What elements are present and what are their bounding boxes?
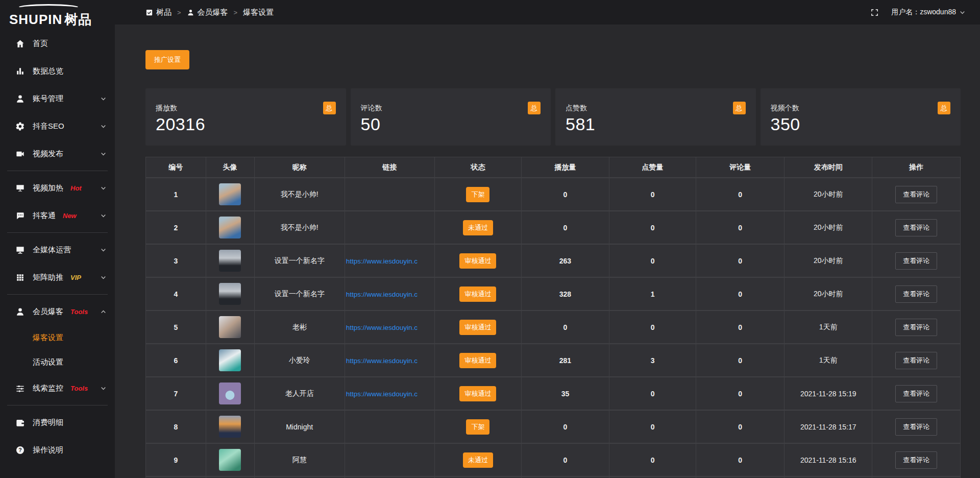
sidebar-divider: [7, 232, 108, 233]
cell-nickname: 老人开店: [254, 377, 345, 410]
cell-link: https://www.iesdouyin.c: [345, 277, 434, 310]
breadcrumb: 树品>会员爆客>爆客设置: [145, 8, 274, 17]
view-comments-button[interactable]: 查看评论: [895, 385, 937, 402]
video-link[interactable]: https://www.iesdouyin.c: [346, 257, 418, 265]
cell-likes: 1: [609, 277, 696, 310]
app-square-icon: [145, 9, 153, 16]
view-comments-button[interactable]: 查看评论: [895, 186, 937, 203]
chevron-down-icon: [100, 185, 107, 192]
cell-action: 查看评论: [872, 344, 960, 377]
sidebar-item-抖客通[interactable]: 抖客通New: [0, 202, 115, 229]
promo-settings-button[interactable]: 推广设置: [145, 50, 189, 69]
cell-link: https://www.iesdouyin.c: [345, 344, 434, 377]
video-link[interactable]: https://www.iesdouyin.c: [346, 324, 418, 331]
table-row: 4设置一个新名字https://www.iesdouyin.c审核通过32810…: [146, 277, 960, 310]
fullscreen-icon[interactable]: [870, 8, 879, 17]
stat-card-评论数: 评论数50总: [351, 88, 551, 146]
sidebar-item-label: 首页: [33, 39, 48, 49]
sidebar-item-矩阵助推[interactable]: 矩阵助推VIP: [0, 264, 115, 291]
user-menu[interactable]: 用户名：zswodun88: [891, 8, 966, 17]
table-row: 1我不是小帅!下架00020小时前查看评论: [146, 178, 960, 211]
table-row: 6小爱玲https://www.iesdouyin.c审核通过281301天前查…: [146, 344, 960, 377]
cell-id: 9: [146, 443, 206, 476]
breadcrumb-item-会员爆客[interactable]: 会员爆客: [187, 8, 228, 17]
sidebar-subitem-活动设置[interactable]: 活动设置: [0, 350, 115, 374]
cell-plays: 281: [521, 344, 609, 377]
sidebar-item-会员爆客[interactable]: 会员爆客Tools: [0, 298, 115, 325]
column-header-头像: 头像: [206, 157, 254, 178]
view-comments-button[interactable]: 查看评论: [895, 418, 937, 436]
sidebar-item-label: 全媒体运营: [33, 245, 71, 255]
sidebar-item-首页[interactable]: 首页: [0, 30, 115, 57]
table-row: 7老人开店https://www.iesdouyin.c审核通过35002021…: [146, 377, 960, 410]
sidebar-item-label: 消费明细: [33, 418, 63, 427]
stat-card-value: 50: [361, 114, 541, 134]
cell-avatar: [206, 244, 254, 277]
cell-status: 审核通过: [434, 244, 521, 277]
sidebar-item-视频发布[interactable]: 视频发布: [0, 140, 115, 168]
cell-action: 查看评论: [872, 443, 960, 476]
sidebar-subitem-爆客设置[interactable]: 爆客设置: [0, 325, 115, 350]
app-logo: SHUPIN树品: [0, 0, 115, 27]
cell-publish-time: 2021-11-28 15:16: [785, 443, 872, 476]
cell-plays: 0: [521, 310, 609, 344]
sidebar-item-抖音SEO[interactable]: 抖音SEO: [0, 112, 115, 140]
table-row: 9阿慧未通过0002021-11-28 15:16查看评论: [146, 443, 960, 476]
view-comments-button[interactable]: 查看评论: [895, 285, 937, 303]
cell-id: 8: [146, 410, 206, 443]
chevron-down-icon: [100, 385, 107, 392]
cell-action: 查看评论: [872, 410, 960, 443]
stat-card-label: 视频个数: [771, 104, 951, 113]
chevron-down-icon: [100, 274, 107, 281]
sidebar-item-线索监控[interactable]: 线索监控Tools: [0, 374, 115, 402]
stat-card-label: 评论数: [361, 104, 541, 113]
sidebar-item-tag: New: [63, 212, 77, 220]
sidebar-item-全媒体运营[interactable]: 全媒体运营: [0, 236, 115, 264]
cell-likes: 0: [609, 178, 696, 211]
sidebar-item-操作说明[interactable]: ?操作说明: [0, 436, 115, 464]
view-comments-button[interactable]: 查看评论: [895, 252, 937, 270]
sidebar-item-账号管理[interactable]: 账号管理: [0, 85, 115, 112]
status-badge: 下架: [466, 187, 489, 202]
cell-avatar: [206, 310, 254, 344]
sidebar-item-数据总览[interactable]: 数据总览: [0, 57, 115, 85]
app-root: SHUPIN树品 首页数据总览账号管理抖音SEO视频发布视频加热Hot抖客通Ne…: [0, 0, 980, 478]
view-comments-button[interactable]: 查看评论: [895, 451, 937, 469]
sidebar-item-tag: Tools: [70, 308, 88, 316]
view-comments-button[interactable]: 查看评论: [895, 352, 937, 369]
cell-link: https://www.iesdouyin.c: [345, 310, 434, 344]
cell-publish-time: 1天前: [785, 344, 872, 377]
chevron-down-icon: [100, 247, 107, 253]
video-link[interactable]: https://www.iesdouyin.c: [346, 390, 418, 398]
sidebar-item-tag: Tools: [70, 385, 88, 392]
user-icon: [187, 9, 194, 16]
breadcrumb-item-爆客设置[interactable]: 爆客设置: [243, 8, 274, 17]
cell-likes: 0: [609, 244, 696, 277]
sidebar-item-消费明细[interactable]: 消费明细: [0, 409, 115, 436]
home-icon: [15, 39, 25, 49]
cell-link: [345, 178, 434, 211]
column-header-点赞量: 点赞量: [609, 157, 696, 178]
video-link[interactable]: https://www.iesdouyin.c: [346, 291, 418, 298]
sidebar-item-视频加热[interactable]: 视频加热Hot: [0, 174, 115, 202]
view-comments-button[interactable]: 查看评论: [895, 219, 937, 236]
breadcrumb-item-树品[interactable]: 树品: [145, 8, 172, 17]
sidebar-item-label: 线索监控: [33, 384, 63, 393]
avatar: [219, 449, 241, 471]
stat-card-value: 20316: [156, 114, 336, 134]
video-link[interactable]: https://www.iesdouyin.c: [346, 357, 418, 365]
topbar: 树品>会员爆客>爆客设置 用户名：zswodun88: [115, 0, 980, 25]
chevron-up-icon: [100, 308, 107, 315]
view-comments-button[interactable]: 查看评论: [895, 319, 937, 336]
sidebar-item-label: 操作说明: [33, 445, 63, 455]
cell-publish-time: 2021-11-28 15:19: [785, 377, 872, 410]
cell-plays: 0: [521, 211, 609, 244]
stat-card-value: 581: [566, 114, 746, 134]
table-header-row: 编号头像昵称链接状态播放量点赞量评论量发布时间操作: [146, 157, 960, 178]
total-badge: 总: [938, 102, 950, 114]
screen-heat-icon: [15, 183, 25, 193]
cell-action: 查看评论: [872, 310, 960, 344]
cell-publish-time: 20小时前: [785, 211, 872, 244]
cell-plays: 0: [521, 410, 609, 443]
chevron-down-icon: [100, 151, 107, 157]
